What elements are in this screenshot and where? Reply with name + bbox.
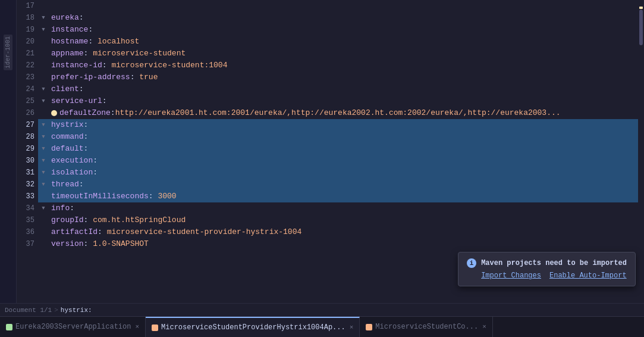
tab-eureka2003[interactable]: Eureka2003ServerApplication × bbox=[0, 317, 146, 337]
fold-25[interactable]: ▼ bbox=[38, 95, 49, 107]
fold-gutter: ▼ ▼ ▼ ▼ ▼ ▼ ▼ ▼ ▼ ▼ ▼ bbox=[38, 0, 49, 303]
notification-header: i Maven projects need to be imported bbox=[467, 258, 627, 268]
fold-28[interactable]: ▼ bbox=[38, 131, 49, 143]
tab-microservice-student-co[interactable]: MicroserviceStudentCo... × bbox=[360, 317, 492, 337]
line-num-21: 21 bbox=[17, 48, 34, 60]
fold-27[interactable]: ▼ bbox=[38, 119, 49, 131]
code-line-17 bbox=[49, 0, 638, 12]
tab-icon-orange-2 bbox=[152, 324, 158, 331]
tab-icon-green bbox=[6, 324, 12, 330]
code-line-26: defaultZone: http://eureka2001.ht.com:20… bbox=[49, 107, 638, 119]
code-editor: ider-1001 17 18 19 20 21 22 23 24 25 26 … bbox=[0, 0, 644, 303]
code-line-24: client: bbox=[49, 83, 638, 95]
code-line-29: default: bbox=[49, 143, 638, 155]
enable-auto-import-button[interactable]: Enable Auto-Import bbox=[549, 272, 627, 280]
info-icon: i bbox=[467, 258, 476, 268]
line-num-34: 34 bbox=[17, 202, 34, 214]
line-num-28: 28 bbox=[17, 131, 34, 143]
line-num-33: 33 bbox=[17, 191, 34, 202]
code-line-32: thread: bbox=[49, 179, 638, 191]
tab-label-3: MicroserviceStudentCo... bbox=[375, 323, 478, 331]
breadcrumb-section: hystrix: bbox=[61, 307, 92, 314]
line-num-36: 36 bbox=[17, 226, 34, 238]
code-line-37: version: 1.0-SNAPSHOT bbox=[49, 238, 638, 250]
tab-close-1[interactable]: × bbox=[135, 323, 139, 330]
line-num-17: 17 bbox=[17, 0, 34, 12]
code-line-18: eureka: bbox=[49, 12, 638, 24]
import-changes-button[interactable]: Import Changes bbox=[481, 272, 541, 280]
code-line-28: command: bbox=[49, 131, 638, 143]
line-num-19: 19 bbox=[17, 24, 34, 36]
code-line-19: instance: bbox=[49, 24, 638, 36]
tab-close-3[interactable]: × bbox=[482, 323, 486, 330]
code-line-27: hystrix: bbox=[49, 119, 638, 131]
line-num-22: 22 bbox=[17, 60, 34, 71]
code-line-22: instance-id: microservice-student:1004 bbox=[49, 60, 638, 71]
fold-31[interactable]: ▼ bbox=[38, 167, 49, 179]
line-num-32: 32 bbox=[17, 179, 34, 191]
line-num-31: 31 bbox=[17, 167, 34, 179]
line-num-18: 18 bbox=[17, 12, 34, 24]
line-num-26: 26 bbox=[17, 107, 34, 119]
line-numbers: 17 18 19 20 21 22 23 24 25 26 27 28 29 3… bbox=[17, 0, 38, 303]
line-num-27: 27 bbox=[17, 119, 34, 131]
code-line-33: timeoutInMilliseconds: 3000 bbox=[49, 191, 638, 202]
fold-34[interactable]: ▼ bbox=[38, 202, 49, 214]
line-num-24: 24 bbox=[17, 83, 34, 95]
code-line-34: info: bbox=[49, 202, 638, 214]
code-line-25: service-url: bbox=[49, 95, 638, 107]
breadcrumb-bar: Document 1/1 > hystrix: bbox=[0, 303, 644, 316]
editor-area: ider-1001 17 18 19 20 21 22 23 24 25 26 … bbox=[0, 0, 644, 337]
code-line-36: artifactId: microservice-student-provide… bbox=[49, 226, 638, 238]
code-line-20: hostname: localhost bbox=[49, 36, 638, 48]
notification-actions: Import Changes Enable Auto-Import bbox=[481, 272, 627, 280]
code-line-35: groupId: com.ht.htSpringCloud bbox=[49, 214, 638, 226]
code-line-31: isolation: bbox=[49, 167, 638, 179]
line-num-37: 37 bbox=[17, 238, 34, 250]
breadcrumb-sep1: > bbox=[54, 307, 58, 314]
line-num-29: 29 bbox=[17, 143, 34, 155]
line-num-30: 30 bbox=[17, 155, 34, 167]
fold-30[interactable]: ▼ bbox=[38, 155, 49, 167]
line-num-35: 35 bbox=[17, 214, 34, 226]
warning-indicator bbox=[51, 110, 57, 116]
tab-icon-orange-3 bbox=[366, 324, 372, 330]
fold-24[interactable]: ▼ bbox=[38, 83, 49, 95]
line-num-25: 25 bbox=[17, 95, 34, 107]
right-scrollbar[interactable] bbox=[638, 0, 644, 303]
tab-close-2[interactable]: × bbox=[350, 324, 354, 331]
code-line-23: prefer-ip-address: true bbox=[49, 71, 638, 83]
line-num-23: 23 bbox=[17, 71, 34, 83]
tab-microservice-student[interactable]: MicroserviceStudentProviderHystrix1004Ap… bbox=[146, 317, 360, 337]
code-line-30: execution: bbox=[49, 155, 638, 167]
notification-title: Maven projects need to be imported bbox=[481, 259, 627, 267]
tab-bar: Eureka2003ServerApplication × Microservi… bbox=[0, 316, 644, 337]
left-panel-label: ider-1001 bbox=[4, 35, 12, 70]
left-gutter-panel: ider-1001 bbox=[0, 0, 17, 303]
tab-label-1: Eureka2003ServerApplication bbox=[15, 323, 131, 331]
notification-popup: i Maven projects need to be imported Imp… bbox=[458, 252, 636, 286]
breadcrumb-doc: Document 1/1 bbox=[5, 307, 52, 314]
fold-18[interactable]: ▼ bbox=[38, 12, 49, 24]
fold-32[interactable]: ▼ bbox=[38, 179, 49, 191]
code-line-21: appname: microservice-student bbox=[49, 48, 638, 60]
fold-29[interactable]: ▼ bbox=[38, 143, 49, 155]
line-num-20: 20 bbox=[17, 36, 34, 48]
fold-19[interactable]: ▼ bbox=[38, 24, 49, 36]
tab-label-2: MicroserviceStudentProviderHystrix1004Ap… bbox=[161, 323, 345, 332]
